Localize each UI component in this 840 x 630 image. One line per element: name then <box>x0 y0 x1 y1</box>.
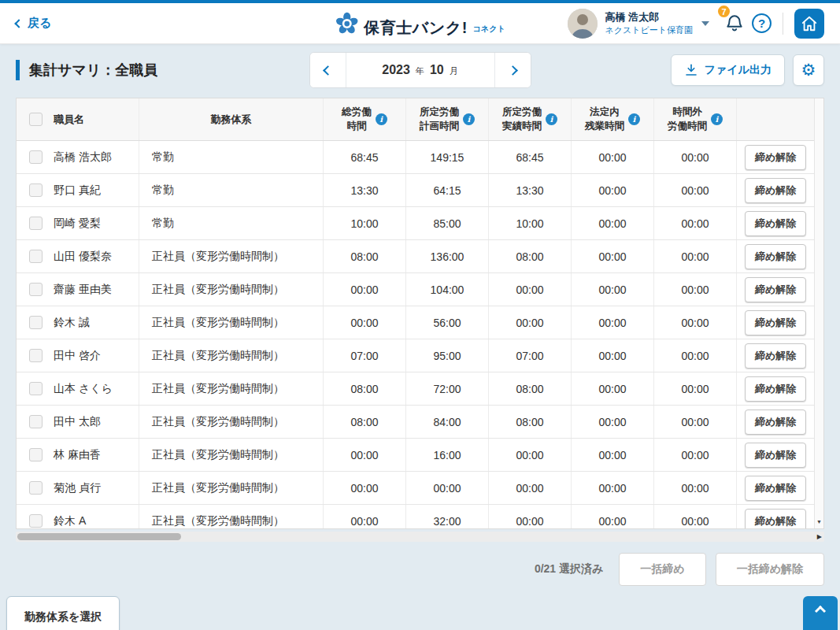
row-checkbox[interactable] <box>29 481 43 495</box>
footer-actions: 0/21 選択済み 一括締め 一括締め解除 <box>16 553 824 586</box>
row-checkbox[interactable] <box>29 283 43 296</box>
planned-hours: 136:00 <box>406 240 489 272</box>
user-name: 高橋 浩太郎 <box>605 12 693 23</box>
action-cell: 締め解除 <box>737 505 814 529</box>
row-checkbox[interactable] <box>29 217 43 230</box>
help-button[interactable]: ? <box>752 13 772 33</box>
overtime: 00:00 <box>654 505 737 529</box>
actual-hours: 13:30 <box>489 174 572 206</box>
info-icon[interactable]: i <box>376 113 387 125</box>
info-icon[interactable]: i <box>711 113 723 125</box>
row-checkbox[interactable] <box>29 448 43 461</box>
scroll-to-top-button[interactable] <box>803 596 838 630</box>
chevron-right-icon <box>508 65 518 76</box>
info-icon[interactable]: i <box>463 113 475 125</box>
info-icon[interactable]: i <box>628 113 640 125</box>
unlock-button[interactable]: 締め解除 <box>745 310 806 335</box>
home-button[interactable] <box>794 9 824 39</box>
unlock-button[interactable]: 締め解除 <box>745 410 806 435</box>
row-checkbox[interactable] <box>29 382 43 395</box>
header-total-hours: 総労働 時間 i <box>324 98 406 140</box>
unlock-button[interactable]: 締め解除 <box>745 277 806 302</box>
row-checkbox[interactable] <box>29 349 43 362</box>
work-type: 正社員（変形労働時間制） <box>139 372 324 405</box>
unlock-button[interactable]: 締め解除 <box>745 211 806 236</box>
staff-name: 田中 啓介 <box>54 349 101 363</box>
overtime: 00:00 <box>654 240 737 272</box>
total-hours: 00:00 <box>324 505 406 529</box>
row-checkbox[interactable] <box>29 183 43 197</box>
staff-name: 山田 優梨奈 <box>54 250 112 264</box>
unlock-button[interactable]: 締め解除 <box>745 509 806 530</box>
overtime: 00:00 <box>654 406 737 438</box>
unlock-button[interactable]: 締め解除 <box>745 443 806 468</box>
settings-button[interactable]: ⚙ <box>793 54 824 86</box>
bulk-unlock-button[interactable]: 一括締め解除 <box>716 553 824 586</box>
legal-overtime: 00:00 <box>572 439 654 471</box>
total-hours: 00:00 <box>324 439 406 471</box>
unlock-button[interactable]: 締め解除 <box>745 178 806 203</box>
bulk-lock-button[interactable]: 一括締め <box>619 553 705 586</box>
total-hours: 00:00 <box>324 306 406 339</box>
unlock-button[interactable]: 締め解除 <box>745 376 806 402</box>
gear-icon: ⚙ <box>801 61 816 80</box>
unlock-button[interactable]: 締め解除 <box>745 343 806 369</box>
work-type: 正社員（変形労働時間制） <box>139 240 324 272</box>
chevron-down-icon[interactable] <box>701 21 709 26</box>
planned-hours: 00:00 <box>406 472 489 504</box>
row-checkbox[interactable] <box>29 316 43 329</box>
staff-name: 山本 さくら <box>54 382 113 396</box>
work-type: 正社員（変形労働時間制） <box>139 273 324 306</box>
back-button[interactable]: 戻る <box>16 16 51 31</box>
actual-hours: 68:45 <box>489 141 572 173</box>
unlock-button[interactable]: 締め解除 <box>745 244 806 269</box>
prev-month-button[interactable] <box>310 53 346 87</box>
action-cell: 締め解除 <box>737 339 814 372</box>
overtime: 00:00 <box>654 439 737 471</box>
chevron-left-icon <box>14 19 23 28</box>
scroll-down-arrow-icon[interactable]: ▼ <box>816 519 822 524</box>
header-name-cell: 職員名 <box>17 98 139 140</box>
month-display: 2023 年 10 月 <box>346 53 494 87</box>
user-avatar[interactable] <box>568 9 598 39</box>
actual-hours: 08:00 <box>489 372 572 405</box>
worktype-select-button[interactable]: 勤務体系を選択 <box>6 596 120 630</box>
info-icon[interactable]: i <box>546 113 557 125</box>
vertical-scrollbar[interactable]: ▼ <box>814 98 823 528</box>
select-all-checkbox[interactable] <box>29 113 43 126</box>
header-line: 実績時間 <box>502 120 542 134</box>
actual-hours: 00:00 <box>489 505 572 529</box>
logo-title: 保育士バンク! <box>364 20 468 35</box>
legal-overtime: 00:00 <box>572 505 654 529</box>
work-type: 正社員（変形労働時間制） <box>139 472 324 504</box>
user-info[interactable]: 高橋 浩太郎 ネクストビート保育園 <box>605 12 693 34</box>
notification-badge: 7 <box>716 4 731 19</box>
legal-overtime: 00:00 <box>572 372 654 405</box>
year-unit: 年 <box>416 63 424 77</box>
header-line: 時間 <box>347 120 367 134</box>
scroll-right-arrow-icon[interactable]: ▶ <box>817 534 822 540</box>
name-cell: 齋藤 亜由美 <box>17 273 139 306</box>
notifications-button[interactable]: 7 <box>724 10 745 36</box>
next-month-button[interactable] <box>494 53 531 87</box>
legal-overtime: 00:00 <box>572 174 654 206</box>
unlock-button[interactable]: 締め解除 <box>745 476 806 501</box>
file-export-button[interactable]: ファイル出力 <box>671 54 785 86</box>
flower-logo-icon <box>335 12 358 35</box>
horizontal-scrollbar[interactable]: ▶ <box>16 532 824 542</box>
planned-hours: 64:15 <box>406 174 489 206</box>
unlock-button[interactable]: 締め解除 <box>745 145 806 170</box>
row-checkbox[interactable] <box>29 250 43 263</box>
row-checkbox[interactable] <box>29 514 43 528</box>
total-hours: 08:00 <box>324 372 406 405</box>
total-hours: 10:00 <box>324 207 406 239</box>
planned-hours: 32:00 <box>406 505 489 529</box>
row-checkbox[interactable] <box>29 150 43 164</box>
work-type: 正社員（変形労働時間制） <box>139 439 324 471</box>
total-hours: 08:00 <box>324 406 406 438</box>
toolbar-actions: ファイル出力 ⚙ <box>671 54 824 86</box>
horizontal-scrollbar-thumb[interactable] <box>17 533 181 540</box>
row-checkbox[interactable] <box>29 415 43 428</box>
planned-hours: 104:00 <box>406 273 489 306</box>
table-row: 林 麻由香 正社員（変形労働時間制） 00:00 16:00 00:00 00:… <box>17 439 814 472</box>
